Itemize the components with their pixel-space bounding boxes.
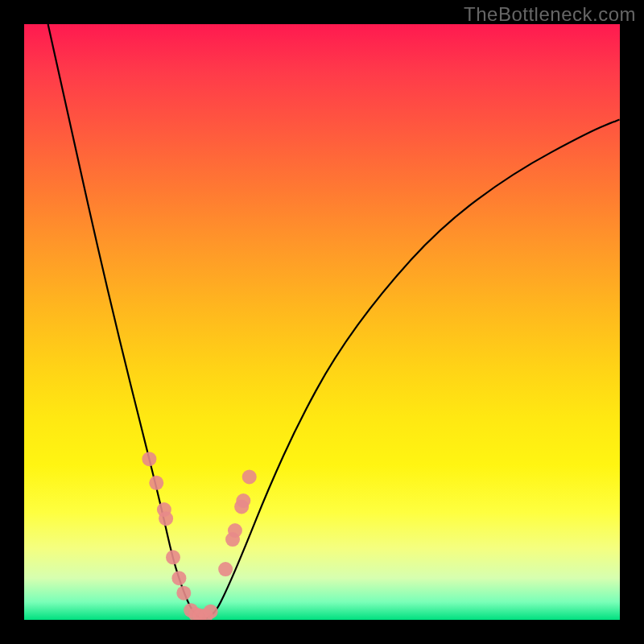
marker-dot bbox=[176, 586, 191, 601]
chart-svg bbox=[24, 24, 620, 620]
chart-frame: TheBottleneck.com bbox=[0, 0, 644, 644]
data-markers bbox=[142, 452, 256, 620]
marker-dot bbox=[218, 562, 233, 576]
marker-dot bbox=[142, 452, 156, 466]
marker-dot bbox=[171, 571, 186, 585]
bottleneck-curve bbox=[48, 24, 620, 618]
marker-dot bbox=[204, 605, 218, 619]
marker-dot bbox=[228, 523, 242, 538]
marker-dot bbox=[242, 469, 257, 484]
marker-dot bbox=[166, 550, 180, 564]
marker-dot bbox=[159, 511, 173, 526]
plot-area bbox=[24, 24, 620, 620]
watermark-text: TheBottleneck.com bbox=[464, 3, 636, 26]
marker-dot bbox=[149, 476, 163, 490]
marker-dot bbox=[236, 493, 250, 508]
